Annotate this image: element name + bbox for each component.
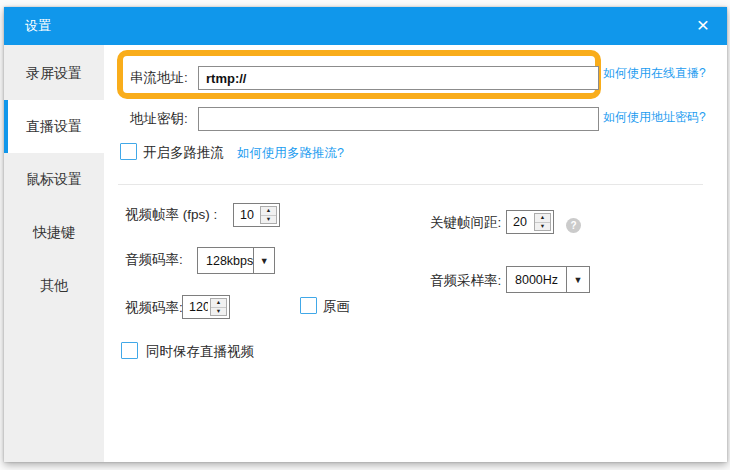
audio-bitrate-select[interactable]: 128kbps ▼ — [197, 247, 275, 274]
arrow-down-icon: ▼ — [266, 217, 271, 223]
sidebar-item-mouse[interactable]: 鼠标设置 — [4, 153, 104, 206]
close-icon[interactable]: × — [693, 7, 713, 45]
video-bitrate-spinner[interactable]: ▲ ▼ — [182, 295, 230, 319]
multi-stream-help-link[interactable]: 如何使用多路推流? — [237, 146, 344, 160]
selected-indicator — [4, 100, 8, 153]
keyframe-input[interactable] — [507, 211, 534, 233]
sidebar: 录屏设置 直播设置 鼠标设置 快捷键 其他 — [4, 45, 104, 462]
sidebar-item-other[interactable]: 其他 — [4, 259, 104, 312]
audio-samplerate-select[interactable]: 8000Hz ▼ — [506, 266, 590, 293]
multi-stream-checkbox[interactable] — [120, 143, 137, 160]
arrow-up-icon: ▲ — [216, 300, 221, 306]
section-divider — [118, 184, 703, 185]
stream-key-label: 地址密钥: — [130, 111, 188, 126]
keyframe-label: 关键帧间距: — [430, 215, 501, 230]
fps-decrease-button[interactable]: ▼ — [261, 216, 276, 224]
save-live-label: 同时保存直播视频 — [146, 344, 254, 359]
keyframe-spinner[interactable]: ▲ ▼ — [506, 210, 554, 234]
stream-url-label: 串流地址: — [130, 70, 188, 85]
original-quality-checkbox[interactable] — [300, 297, 317, 314]
sidebar-item-hotkeys[interactable]: 快捷键 — [4, 206, 104, 259]
sidebar-item-label: 其他 — [40, 277, 68, 295]
keyframe-help-icon[interactable]: ? — [566, 218, 581, 233]
audio-samplerate-label: 音频采样率: — [430, 273, 501, 288]
audio-bitrate-label: 音频码率: — [125, 252, 183, 267]
fps-increase-button[interactable]: ▲ — [261, 207, 276, 216]
sidebar-item-live-stream[interactable]: 直播设置 — [4, 100, 104, 153]
video-bitrate-label: 视频码率: — [125, 300, 183, 315]
original-quality-label: 原画 — [323, 299, 350, 314]
titlebar: 设置 × — [4, 7, 727, 45]
sidebar-item-label: 直播设置 — [26, 118, 82, 136]
audio-bitrate-value: 128kbps — [198, 248, 253, 273]
keyframe-increase-button[interactable]: ▲ — [535, 214, 550, 223]
dropdown-arrow-icon[interactable]: ▼ — [253, 248, 274, 273]
fps-input[interactable] — [234, 204, 260, 226]
audio-samplerate-value: 8000Hz — [507, 267, 566, 292]
fps-spinner[interactable]: ▲ ▼ — [233, 203, 280, 227]
video-bitrate-decrease-button[interactable]: ▼ — [211, 308, 226, 316]
dropdown-arrow-icon[interactable]: ▼ — [566, 267, 589, 292]
sidebar-item-label: 录屏设置 — [26, 65, 82, 83]
save-live-checkbox[interactable] — [121, 342, 138, 359]
sidebar-item-screen-record[interactable]: 录屏设置 — [4, 47, 104, 100]
sidebar-item-label: 快捷键 — [33, 224, 75, 242]
arrow-up-icon: ▲ — [540, 215, 545, 221]
multi-stream-label: 开启多路推流 — [143, 145, 224, 160]
stream-url-help-link[interactable]: 如何使用在线直播? — [603, 66, 706, 80]
settings-dialog: 设置 × 录屏设置 直播设置 鼠标设置 快捷键 其他 串流地址: 如何使用在线直… — [4, 7, 727, 462]
stream-key-help-link[interactable]: 如何使用地址密码? — [603, 110, 706, 124]
video-bitrate-increase-button[interactable]: ▲ — [211, 299, 226, 308]
stream-url-input[interactable] — [198, 66, 599, 90]
stream-key-input[interactable] — [198, 107, 599, 131]
dialog-title: 设置 — [25, 7, 51, 45]
fps-label: 视频帧率 (fps) : — [125, 207, 217, 222]
arrow-down-icon: ▼ — [540, 224, 545, 230]
arrow-up-icon: ▲ — [266, 208, 271, 214]
keyframe-decrease-button[interactable]: ▼ — [535, 223, 550, 231]
sidebar-item-label: 鼠标设置 — [26, 171, 82, 189]
video-bitrate-input[interactable] — [183, 296, 210, 318]
arrow-down-icon: ▼ — [216, 309, 221, 315]
